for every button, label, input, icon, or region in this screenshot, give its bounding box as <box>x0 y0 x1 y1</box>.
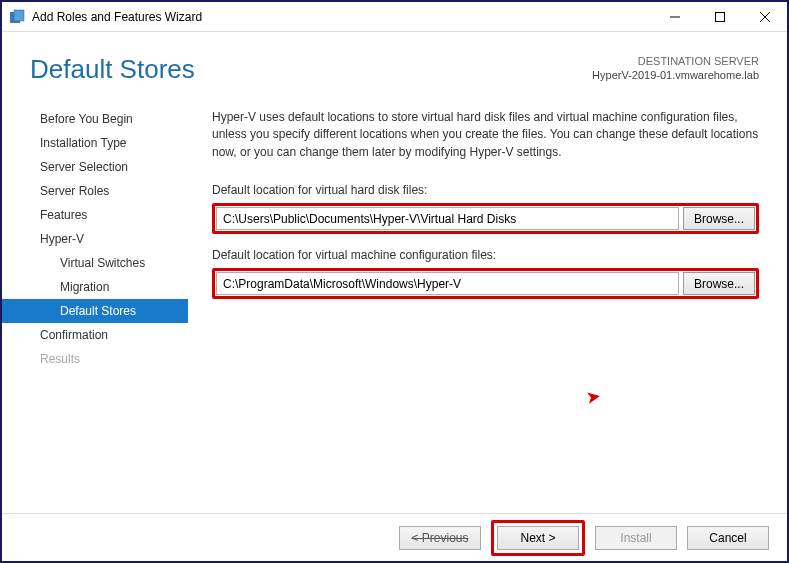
nav-item-hyper-v[interactable]: Hyper-V <box>2 227 188 251</box>
vm-config-location-label: Default location for virtual machine con… <box>212 248 759 262</box>
previous-button[interactable]: < Previous <box>399 526 481 550</box>
destination-server-block: DESTINATION SERVER HyperV-2019-01.vmware… <box>592 54 759 83</box>
wizard-footer: < Previous Next > Install Cancel <box>2 513 787 561</box>
install-button: Install <box>595 526 677 550</box>
cancel-button[interactable]: Cancel <box>687 526 769 550</box>
destination-value: HyperV-2019-01.vmwarehome.lab <box>592 68 759 82</box>
vhd-location-row: Browse... <box>212 203 759 234</box>
nav-item-default-stores[interactable]: Default Stores <box>2 299 188 323</box>
destination-label: DESTINATION SERVER <box>592 54 759 68</box>
nav-item-server-selection[interactable]: Server Selection <box>2 155 188 179</box>
vhd-browse-button[interactable]: Browse... <box>683 207 755 230</box>
close-button[interactable] <box>742 2 787 31</box>
titlebar: Add Roles and Features Wizard <box>2 2 787 32</box>
wizard-nav: Before You BeginInstallation TypeServer … <box>2 95 188 495</box>
maximize-button[interactable] <box>697 2 742 31</box>
vhd-location-label: Default location for virtual hard disk f… <box>212 183 759 197</box>
svg-rect-3 <box>715 12 724 21</box>
nav-item-server-roles[interactable]: Server Roles <box>2 179 188 203</box>
window-title: Add Roles and Features Wizard <box>32 10 202 24</box>
content-pane: Hyper-V uses default locations to store … <box>188 95 787 495</box>
nav-item-features[interactable]: Features <box>2 203 188 227</box>
vm-config-path-input[interactable] <box>216 272 679 295</box>
nav-item-results: Results <box>2 347 188 371</box>
vm-config-location-row: Browse... <box>212 268 759 299</box>
nav-item-migration[interactable]: Migration <box>2 275 188 299</box>
nav-item-installation-type[interactable]: Installation Type <box>2 131 188 155</box>
page-title: Default Stores <box>30 54 592 85</box>
nav-item-virtual-switches[interactable]: Virtual Switches <box>2 251 188 275</box>
svg-rect-1 <box>14 10 24 21</box>
next-button-highlight: Next > <box>491 520 585 556</box>
vhd-path-input[interactable] <box>216 207 679 230</box>
server-manager-icon <box>9 9 25 25</box>
header: Default Stores DESTINATION SERVER HyperV… <box>2 32 787 95</box>
intro-text: Hyper-V uses default locations to store … <box>212 109 759 161</box>
nav-item-before-you-begin[interactable]: Before You Begin <box>2 107 188 131</box>
next-button[interactable]: Next > <box>497 526 579 550</box>
minimize-button[interactable] <box>652 2 697 31</box>
nav-item-confirmation[interactable]: Confirmation <box>2 323 188 347</box>
vm-config-browse-button[interactable]: Browse... <box>683 272 755 295</box>
